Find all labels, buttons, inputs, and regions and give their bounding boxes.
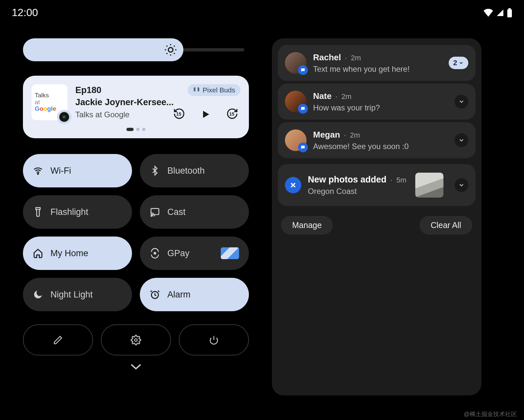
svg-point-6 bbox=[151, 216, 152, 217]
notification-count-chip[interactable]: 2 bbox=[449, 57, 468, 69]
qs-tile-label: My Home bbox=[50, 248, 88, 258]
chevron-down-icon bbox=[458, 137, 465, 143]
qs-tile-home[interactable]: My Home bbox=[23, 237, 132, 270]
spotify-icon bbox=[61, 114, 67, 120]
brightness-icon bbox=[164, 43, 178, 57]
svg-rect-5 bbox=[151, 208, 159, 215]
qs-tile-night-light[interactable]: Night Light bbox=[23, 278, 132, 311]
status-bar: 12:00 bbox=[0, 0, 524, 25]
photos-app-icon bbox=[285, 177, 301, 193]
notification-count: 2 bbox=[453, 59, 457, 67]
svg-point-2 bbox=[168, 48, 173, 52]
notification-item[interactable]: Megan · 2m Awesome! See you soon :0 bbox=[278, 122, 476, 158]
qs-tile-bluetooth[interactable]: Bluetooth bbox=[140, 154, 249, 187]
separator-dot: · bbox=[345, 54, 347, 62]
qs-tile-gpay[interactable]: GPay bbox=[140, 237, 249, 270]
pencil-icon bbox=[53, 335, 63, 345]
gear-icon bbox=[131, 335, 141, 345]
signal-icon bbox=[496, 9, 504, 17]
pinwheel-icon bbox=[289, 181, 298, 190]
qs-footer bbox=[23, 324, 249, 355]
quick-settings-grid: Wi-Fi Bluetooth Flashlight Cast My Home … bbox=[23, 154, 249, 311]
manage-button[interactable]: Manage bbox=[281, 216, 333, 235]
album-text-line: Talks bbox=[35, 92, 49, 99]
avatar bbox=[285, 91, 307, 112]
notification-sender: Nate bbox=[313, 91, 331, 101]
brightness-slider[interactable] bbox=[23, 38, 249, 61]
notification-item[interactable]: Rachel · 2m Text me when you get here! 2 bbox=[278, 45, 476, 81]
notification-time: 2m bbox=[350, 131, 360, 140]
notification-time: 2m bbox=[351, 54, 361, 62]
clear-all-button[interactable]: Clear All bbox=[420, 216, 472, 235]
notification-item-photos[interactable]: New photos added · 5m Oregon Coast bbox=[278, 164, 476, 206]
home-icon bbox=[33, 248, 43, 258]
message-icon bbox=[300, 67, 306, 73]
flashlight-icon bbox=[33, 207, 43, 217]
qs-tile-cast[interactable]: Cast bbox=[140, 195, 249, 229]
media-track-title: Ep180 bbox=[75, 85, 102, 95]
avatar bbox=[285, 129, 307, 151]
qs-tile-label: Alarm bbox=[167, 290, 191, 300]
expand-button[interactable] bbox=[455, 133, 468, 147]
output-device-chip[interactable]: Pixel Buds bbox=[188, 84, 240, 96]
message-icon bbox=[300, 145, 306, 150]
gpay-card-thumb bbox=[221, 247, 239, 259]
separator-dot: · bbox=[344, 131, 346, 140]
watermark: @稀土掘金技术社区 bbox=[464, 410, 517, 418]
qs-tile-label: Cast bbox=[167, 207, 186, 217]
notification-text: Text me when you get here! bbox=[313, 65, 442, 74]
chevron-down-icon bbox=[458, 182, 465, 188]
notification-text: Oregon Coast bbox=[308, 187, 409, 196]
album-text-line: Google bbox=[35, 105, 56, 112]
media-player-card[interactable]: Talks at Google Ep180 Pixel Buds bbox=[23, 76, 249, 138]
separator-dot: · bbox=[390, 176, 392, 184]
wifi-icon bbox=[33, 165, 43, 176]
power-button[interactable] bbox=[179, 324, 249, 355]
rewind-15-button[interactable]: 15 bbox=[173, 107, 185, 121]
notification-actions: Manage Clear All bbox=[278, 209, 476, 235]
svg-point-9 bbox=[135, 339, 137, 341]
media-track-subtitle: Jackie Joyner-Kersee... bbox=[75, 97, 240, 107]
clock: 12:00 bbox=[12, 7, 38, 19]
source-app-badge bbox=[57, 110, 71, 124]
status-icons bbox=[483, 8, 512, 17]
forward-15-button[interactable]: 15 bbox=[226, 107, 238, 121]
wifi-icon bbox=[483, 9, 493, 17]
collapse-handle[interactable] bbox=[23, 363, 249, 371]
qs-tile-alarm[interactable]: Alarm bbox=[140, 278, 249, 311]
messages-app-badge bbox=[298, 104, 308, 114]
expand-button[interactable] bbox=[455, 178, 468, 192]
battery-icon bbox=[507, 8, 512, 17]
qs-tile-label: GPay bbox=[167, 248, 190, 258]
rewind-seconds-label: 15 bbox=[176, 111, 181, 117]
qs-tile-flashlight[interactable]: Flashlight bbox=[23, 195, 132, 229]
notification-sender: Megan bbox=[313, 130, 340, 140]
notification-item[interactable]: Nate · 2m How was your trip? bbox=[278, 84, 476, 120]
gpay-icon bbox=[150, 248, 160, 258]
album-art: Talks at Google bbox=[31, 84, 67, 120]
messages-app-badge bbox=[298, 143, 308, 152]
chevron-down-icon bbox=[458, 60, 464, 66]
svg-point-7 bbox=[154, 252, 156, 254]
svg-rect-1 bbox=[509, 8, 511, 10]
qs-tile-label: Bluetooth bbox=[167, 166, 205, 176]
qs-tile-wifi[interactable]: Wi-Fi bbox=[23, 154, 132, 187]
qs-tile-label: Night Light bbox=[50, 290, 93, 300]
forward-seconds-label: 15 bbox=[229, 111, 234, 117]
alarm-icon bbox=[150, 289, 160, 300]
edit-button[interactable] bbox=[23, 324, 93, 355]
album-text-line: at bbox=[35, 99, 40, 106]
avatar bbox=[285, 52, 307, 74]
notification-sender: Rachel bbox=[313, 52, 341, 63]
output-device-label: Pixel Buds bbox=[203, 86, 235, 94]
media-source-label: Talks at Google bbox=[75, 110, 129, 119]
notification-text: Awesome! See you soon :0 bbox=[313, 142, 448, 151]
expand-button[interactable] bbox=[455, 95, 468, 108]
notification-time: 5m bbox=[396, 176, 406, 184]
qs-tile-label: Wi-Fi bbox=[50, 166, 71, 176]
earbuds-icon bbox=[193, 86, 200, 94]
separator-dot: · bbox=[335, 92, 337, 101]
chevron-down-icon bbox=[458, 98, 465, 105]
settings-button[interactable] bbox=[101, 324, 171, 355]
play-button[interactable] bbox=[200, 109, 211, 120]
